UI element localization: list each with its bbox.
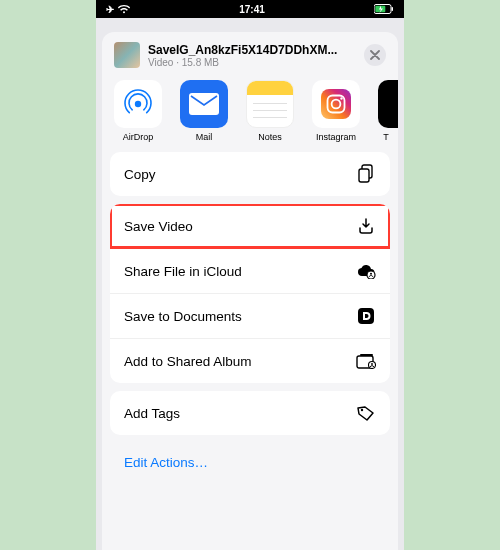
- notes-icon: [247, 81, 293, 95]
- svg-rect-13: [358, 308, 374, 324]
- app-airdrop-label: AirDrop: [114, 132, 162, 142]
- app-mail[interactable]: Mail: [180, 80, 228, 142]
- action-share-icloud[interactable]: Share File in iCloud: [110, 248, 390, 293]
- svg-point-18: [361, 409, 363, 411]
- tag-icon: [356, 403, 376, 423]
- app-instagram[interactable]: Instagram: [312, 80, 360, 142]
- action-copy-label: Copy: [124, 167, 156, 182]
- svg-point-8: [340, 97, 342, 99]
- svg-point-16: [369, 362, 376, 369]
- action-save-video[interactable]: Save Video: [110, 204, 390, 248]
- airdrop-icon: [121, 87, 155, 121]
- download-icon: [356, 216, 376, 236]
- app-notes-label: Notes: [246, 132, 294, 142]
- file-name: SaveIG_An8kzFi5X14D7DDhXM...: [148, 43, 364, 57]
- svg-point-12: [370, 273, 372, 275]
- app-mail-label: Mail: [180, 132, 228, 142]
- close-button[interactable]: [364, 44, 386, 66]
- action-shared-album[interactable]: Add to Shared Album: [110, 338, 390, 383]
- status-time: 17:41: [239, 4, 265, 15]
- wifi-icon: [118, 5, 130, 14]
- action-share-icloud-label: Share File in iCloud: [124, 264, 242, 279]
- svg-point-17: [371, 363, 373, 365]
- svg-rect-10: [359, 169, 369, 182]
- icloud-share-icon: [356, 261, 376, 281]
- app-next-label: T: [378, 132, 394, 142]
- file-thumbnail[interactable]: [114, 42, 140, 68]
- action-save-video-label: Save Video: [124, 219, 193, 234]
- app-next[interactable]: T: [378, 80, 394, 142]
- action-copy[interactable]: Copy: [110, 152, 390, 196]
- actions-list: Copy Save Video Share File in iCloud: [102, 152, 398, 482]
- file-meta: Video · 15.8 MB: [148, 57, 364, 68]
- shared-album-icon: [356, 351, 376, 371]
- documents-icon: [356, 306, 376, 326]
- action-save-documents[interactable]: Save to Documents: [110, 293, 390, 338]
- phone-frame: ✈ 17:41 SaveIG_An8kzFi5X14D7DDhXM... Vid…: [96, 0, 404, 550]
- sheet-header: SaveIG_An8kzFi5X14D7DDhXM... Video · 15.…: [102, 32, 398, 76]
- svg-rect-15: [360, 354, 373, 356]
- action-add-tags[interactable]: Add Tags: [110, 391, 390, 435]
- edit-actions-label: Edit Actions…: [124, 455, 208, 470]
- edit-actions[interactable]: Edit Actions…: [110, 443, 390, 482]
- status-bar: ✈ 17:41: [96, 0, 404, 18]
- action-shared-album-label: Add to Shared Album: [124, 354, 252, 369]
- svg-rect-2: [391, 7, 393, 11]
- svg-point-3: [135, 101, 141, 107]
- svg-rect-4: [189, 93, 219, 115]
- battery-icon: [374, 4, 394, 14]
- mail-icon: [189, 93, 219, 115]
- app-instagram-label: Instagram: [312, 132, 360, 142]
- app-airdrop[interactable]: AirDrop: [114, 80, 162, 142]
- svg-rect-5: [321, 89, 351, 119]
- airplane-icon: ✈: [106, 4, 114, 15]
- instagram-icon: [319, 87, 353, 121]
- app-notes[interactable]: Notes: [246, 80, 294, 142]
- copy-icon: [356, 164, 376, 184]
- share-apps-row: AirDrop Mail Notes: [102, 76, 398, 152]
- close-icon: [370, 50, 380, 60]
- action-add-tags-label: Add Tags: [124, 406, 180, 421]
- action-save-documents-label: Save to Documents: [124, 309, 242, 324]
- share-sheet: SaveIG_An8kzFi5X14D7DDhXM... Video · 15.…: [102, 32, 398, 550]
